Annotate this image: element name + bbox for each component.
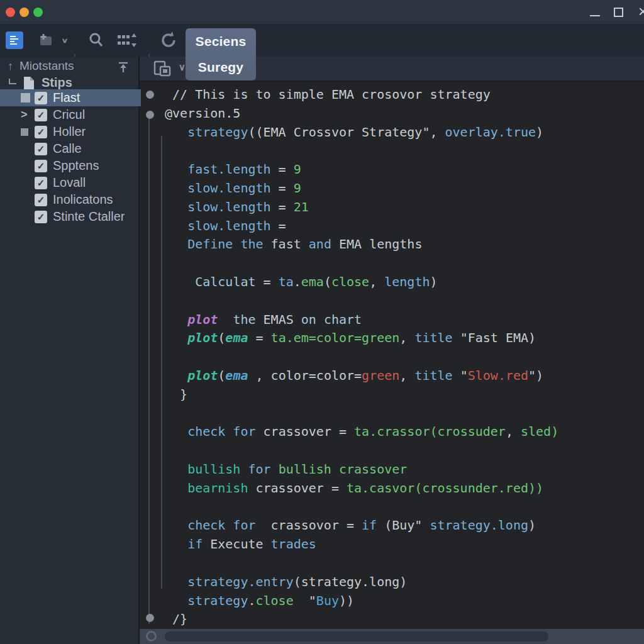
split-editor-icon [153,60,172,78]
checkbox-checked-icon[interactable]: ✓ [35,143,47,155]
checkbox-checked-icon[interactable]: ✓ [35,109,47,121]
app-logo[interactable] [5,24,24,57]
code-line [165,292,558,311]
code-line: /} [165,610,558,629]
code-line: if Execute trades [165,535,558,554]
breakpoint-dot[interactable] [146,111,154,119]
checkbox-checked-icon[interactable]: ✓ [35,211,47,223]
sidebar-subheader[interactable]: Stips [0,74,138,91]
new-file-dropdown[interactable]: ∨ [58,24,72,57]
tree-item-label: Holler [53,125,86,139]
scrollbar-thumb[interactable] [165,631,548,641]
code-line: bullish for bullish crassover [165,460,558,479]
refresh-icon [159,31,178,50]
indent-guide [148,114,150,624]
app-logo-icon [6,31,23,49]
window-close-icon[interactable]: × [638,2,644,21]
tree-item-label: Inolicatons [53,192,113,207]
tree-item-holler[interactable]: ✓Holler [0,123,143,140]
tree-corner-icon [9,79,16,84]
search-button[interactable] [86,24,107,57]
tree-item-label: Spptens [53,158,99,173]
code-line [165,404,558,423]
split-editor-dropdown[interactable]: ∨ [179,62,186,73]
code-line: bearnish crassover = ta.casvor(crossunde… [165,479,558,498]
tab-group: Seciens Suregy [186,28,256,80]
code-line [165,254,558,273]
chevron-down-icon: ∨ [62,36,69,45]
chevron-right-icon: > [21,108,28,121]
file-icon [23,76,35,90]
traffic-light-minimize[interactable] [19,8,29,17]
code-line [165,554,558,573]
arrow-up-icon[interactable]: ↑ [8,60,13,73]
tree-item-stinte-ctaller[interactable]: ✓Stinte Ctaller [0,208,143,225]
sidebar-header: ↑ Miotstants [0,58,138,74]
checkbox-checked-icon[interactable]: ✓ [35,92,47,104]
code-line: // This is to simple EMA crosovor strate… [165,86,558,104]
tree-item-flast[interactable]: ✓Flast [0,89,143,106]
code-line: plot(ema = ta.em=color=green, title "Fas… [165,329,558,348]
new-file-icon [38,32,54,48]
breakpoint-dot[interactable] [146,614,154,622]
sidebar-subheader-label: Stips [42,75,72,90]
code-line [165,498,558,517]
tree-item-label: Stinte Ctaller [53,209,125,224]
window-maximize-icon[interactable] [614,8,623,17]
code-line [165,441,558,460]
checkbox-checked-icon[interactable]: ✓ [35,126,47,138]
checkbox-checked-icon[interactable]: ✓ [35,160,47,172]
checkbox-checked-icon[interactable]: ✓ [35,194,47,206]
traffic-light-close[interactable] [6,8,15,17]
code-line: check for crassovor = if (Buy" strategy.… [165,516,558,535]
code-line: slow.length = [165,217,558,236]
code-line: } [165,386,558,404]
code-line: slow.length = 21 [165,198,558,217]
upload-icon [117,61,130,74]
breakpoint-dot[interactable] [146,91,154,99]
toolbar: ∨ [0,24,644,57]
title-bar: × [0,0,644,24]
settings-button[interactable] [116,24,140,57]
square-icon [21,93,30,103]
code-line: slow.length = 9 [165,179,558,198]
tree-item-label: Lovall [53,175,86,190]
traffic-light-maximize[interactable] [33,8,43,17]
tree-item-calle[interactable]: ✓Calle [0,140,143,157]
code-line: fast.length = 9 [165,160,558,179]
file-tree: ✓Flast>✓Cricul✓Holler✓Calle✓Spptens✓Lova… [0,89,143,225]
scrollbar-origin-icon [146,631,157,641]
tree-item-spptens[interactable]: ✓Spptens [0,157,143,174]
code-line: plot the EMAS on chart [165,311,558,330]
tree-item-inolicatons[interactable]: ✓Inolicatons [0,191,143,208]
tree-item-label: Flast [53,91,80,105]
code-line [165,142,558,160]
code-line: check for crassover = ta.crassor(crossud… [165,423,558,441]
tab-suregy[interactable]: Suregy [186,55,256,81]
horizontal-scrollbar[interactable] [140,629,644,644]
indent-guide [161,136,162,589]
search-icon [87,31,105,49]
window-minimize-icon[interactable] [590,15,600,16]
tree-item-label: Cricul [53,108,85,122]
code-line: @version.5 [165,104,558,123]
code-editor[interactable]: // This is to simple EMA crosovor strate… [141,82,644,629]
split-editor-button[interactable] [153,60,172,78]
tree-item-cricul[interactable]: >✓Cricul [0,106,143,123]
chevron-down-icon: ∨ [179,62,186,72]
sidebar: ↑ Miotstants Stips ✓Flast>✓Cricul✓Holler… [0,57,140,644]
code-line: strategy((EMA Crossvor Strategy", overla… [165,123,558,142]
checkbox-checked-icon[interactable]: ✓ [35,177,47,189]
tree-item-lovall[interactable]: ✓Lovall [0,174,143,191]
upload-button[interactable] [117,61,130,74]
tree-item-label: Calle [53,142,82,156]
sidebar-title: Miotstants [19,59,74,73]
tab-seciens[interactable]: Seciens [186,28,256,55]
refresh-button[interactable] [157,24,180,57]
sliders-icon [117,33,138,47]
code-line: strategy.entry(strategy.long) [165,573,558,592]
code-line: strategy.close "Buy)) [165,592,558,611]
new-file-button[interactable] [35,24,57,57]
code-line [165,348,558,367]
code-content: // This is to simple EMA crosovor strate… [165,86,558,629]
